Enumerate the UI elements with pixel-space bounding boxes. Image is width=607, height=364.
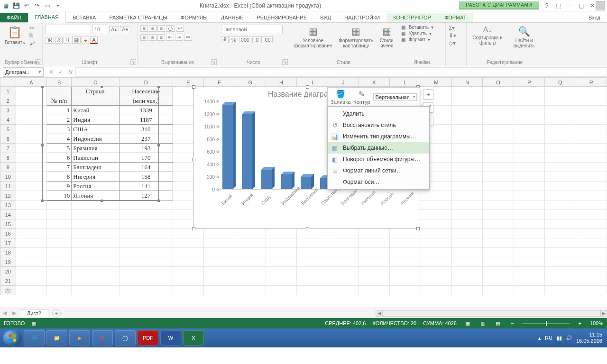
cell[interactable] <box>483 257 514 267</box>
row-header[interactable]: 17 <box>0 238 16 248</box>
cell[interactable] <box>72 248 119 257</box>
cell[interactable] <box>514 286 544 295</box>
tab-design[interactable]: КОНСТРУКТОР <box>386 13 438 22</box>
cell[interactable] <box>119 286 173 295</box>
cell[interactable] <box>545 96 576 106</box>
wrap-text-button[interactable]: ↩ <box>176 25 184 32</box>
cell[interactable] <box>514 182 544 191</box>
cell[interactable] <box>359 229 389 238</box>
cell[interactable] <box>545 106 576 115</box>
minimize-icon[interactable]: ― <box>566 2 573 9</box>
cell[interactable] <box>72 96 119 106</box>
maximize-icon[interactable]: ▢ <box>578 2 584 9</box>
cell[interactable] <box>514 200 544 210</box>
col-header[interactable]: B <box>47 78 72 87</box>
cell[interactable] <box>47 286 72 295</box>
cell[interactable] <box>514 229 544 238</box>
cell[interactable] <box>204 238 235 248</box>
cell[interactable] <box>514 125 544 134</box>
format-table-button[interactable]: ▦Форматировать как таблицу <box>337 25 375 49</box>
ribbon-opts-icon[interactable]: ⬚ <box>555 2 561 9</box>
tray-sound-icon[interactable]: 🔊 <box>566 335 572 341</box>
cell[interactable] <box>514 96 544 106</box>
col-header[interactable]: A <box>16 78 46 87</box>
cell-styles-button[interactable]: ▦Стили ячеек <box>378 25 395 49</box>
cell[interactable] <box>545 115 576 125</box>
tab-file[interactable]: ФАЙЛ <box>0 13 28 22</box>
insert-cells-button[interactable]: ▦ Вставить ▾ <box>401 25 433 30</box>
cell[interactable] <box>16 115 46 125</box>
cell[interactable] <box>483 200 514 210</box>
col-header[interactable]: M <box>421 78 451 87</box>
tab-view[interactable]: ВИД <box>313 13 338 22</box>
cell[interactable]: Население <box>119 87 173 96</box>
cancel-formula-icon[interactable]: ✕ <box>46 69 56 75</box>
chart-bar[interactable] <box>242 114 255 189</box>
tray-expand-icon[interactable]: ▴ <box>538 335 541 341</box>
undo-icon[interactable]: ↶ <box>23 2 30 9</box>
cell[interactable] <box>328 248 359 257</box>
cell[interactable] <box>483 172 514 182</box>
paste-button[interactable]: 📋Вставить <box>3 25 27 46</box>
cell[interactable] <box>545 200 576 210</box>
cell[interactable] <box>173 286 203 295</box>
cell[interactable] <box>452 257 483 267</box>
cell[interactable] <box>421 267 451 276</box>
chart-bar[interactable] <box>281 174 294 189</box>
cell[interactable]: 1 <box>47 106 72 115</box>
cell[interactable] <box>328 286 359 295</box>
cell[interactable] <box>47 200 72 210</box>
cell[interactable] <box>390 248 421 257</box>
ctx-axis-format[interactable]: Формат оси… <box>328 176 429 188</box>
col-header[interactable]: G <box>235 78 266 87</box>
cell[interactable] <box>483 219 514 229</box>
cell[interactable] <box>72 238 119 248</box>
cell[interactable]: Китай <box>72 106 119 115</box>
cell[interactable] <box>173 248 203 257</box>
cell[interactable] <box>47 248 72 257</box>
start-button[interactable] <box>3 330 22 346</box>
cell[interactable] <box>514 144 544 153</box>
task-opera[interactable]: O <box>92 330 113 346</box>
row-header[interactable]: 6 <box>0 134 16 144</box>
cell[interactable] <box>545 87 576 96</box>
tray-network-icon[interactable]: ▮▮ <box>556 335 562 341</box>
cell[interactable] <box>390 238 421 248</box>
cell[interactable] <box>72 200 119 210</box>
cell[interactable] <box>119 219 173 229</box>
cell[interactable] <box>47 210 72 219</box>
cell[interactable] <box>545 286 576 295</box>
cell[interactable] <box>16 286 46 295</box>
cell[interactable]: 141 <box>119 182 173 191</box>
cell[interactable] <box>483 125 514 134</box>
bold-button[interactable]: Ж <box>46 37 54 44</box>
cell[interactable] <box>514 219 544 229</box>
sheet-nav-next[interactable]: ▶ <box>9 310 19 316</box>
row-header[interactable]: 4 <box>0 115 16 125</box>
cell[interactable] <box>235 238 266 248</box>
cell[interactable] <box>452 144 483 153</box>
cell[interactable] <box>576 257 607 267</box>
cell[interactable] <box>545 172 576 182</box>
col-header[interactable]: E <box>173 78 203 87</box>
cell[interactable] <box>266 248 296 257</box>
chart-add-element-button[interactable]: ＋ <box>423 89 433 100</box>
cell[interactable]: 164 <box>119 163 173 172</box>
sheet-tab[interactable]: Лист2 <box>20 309 48 317</box>
cell[interactable] <box>483 134 514 144</box>
align-mid[interactable]: ≡ <box>149 25 156 32</box>
indent-inc[interactable]: ⇥ <box>175 34 183 41</box>
cell[interactable] <box>483 191 514 200</box>
cell[interactable] <box>173 267 203 276</box>
cell[interactable] <box>576 125 607 134</box>
cell[interactable] <box>119 229 173 238</box>
cell[interactable] <box>452 163 483 172</box>
cell[interactable] <box>483 182 514 191</box>
cell[interactable] <box>72 219 119 229</box>
cell[interactable] <box>266 238 296 248</box>
cell[interactable] <box>576 238 607 248</box>
cell[interactable] <box>545 276 576 286</box>
cell[interactable] <box>421 191 451 200</box>
align-left[interactable]: ≡ <box>140 34 148 41</box>
cell[interactable] <box>16 96 46 106</box>
